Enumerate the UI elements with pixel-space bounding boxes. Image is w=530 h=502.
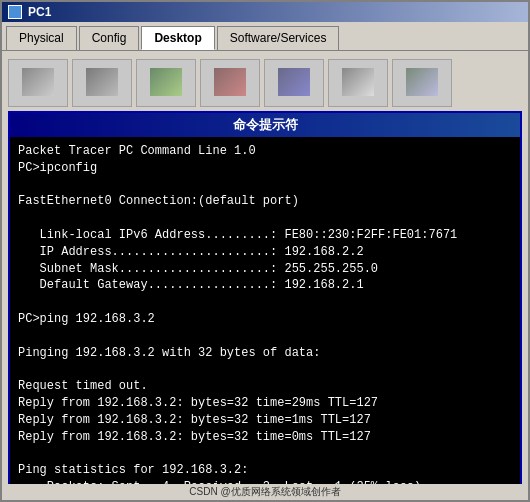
desktop-icon-2[interactable] [72, 59, 132, 107]
tab-software-services[interactable]: Software/Services [217, 26, 340, 50]
main-window: PC1 Physical Config Desktop Software/Ser… [0, 0, 530, 502]
tab-physical[interactable]: Physical [6, 26, 77, 50]
tab-bar: Physical Config Desktop Software/Service… [2, 22, 528, 50]
watermark: CSDN @优质网络系统领域创作者 [2, 484, 528, 500]
desktop-icon-3[interactable] [136, 59, 196, 107]
desktop-icon-5[interactable] [264, 59, 324, 107]
desktop-icon-4[interactable] [200, 59, 260, 107]
tab-desktop[interactable]: Desktop [141, 26, 214, 50]
desktop-icon-7[interactable] [392, 59, 452, 107]
window-icon [8, 5, 22, 19]
desktop-content: 命令提示符 Packet Tracer PC Command Line 1.0 … [6, 55, 524, 480]
title-bar: PC1 [2, 2, 528, 22]
cmd-body[interactable]: Packet Tracer PC Command Line 1.0 PC>ipc… [10, 137, 520, 484]
window-title: PC1 [28, 5, 51, 19]
desktop-icon-1[interactable] [8, 59, 68, 107]
cmd-window: 命令提示符 Packet Tracer PC Command Line 1.0 … [8, 111, 522, 484]
cmd-title: 命令提示符 [10, 113, 520, 137]
desktop-icons-bar [6, 55, 524, 111]
tab-content: 命令提示符 Packet Tracer PC Command Line 1.0 … [2, 50, 528, 484]
desktop-icon-6[interactable] [328, 59, 388, 107]
tab-config[interactable]: Config [79, 26, 140, 50]
